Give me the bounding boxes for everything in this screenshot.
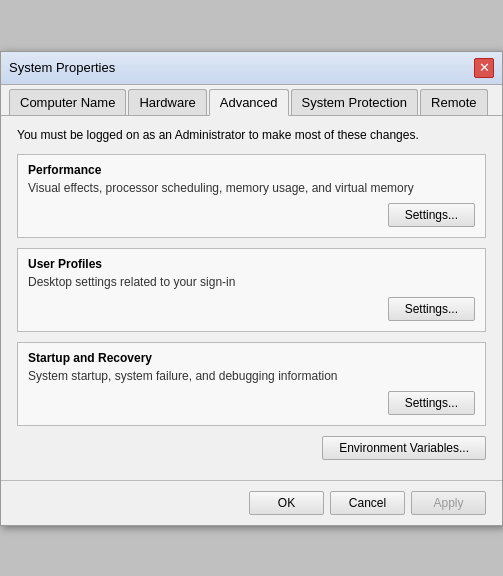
performance-settings-button[interactable]: Settings... (388, 203, 475, 227)
environment-variables-button[interactable]: Environment Variables... (322, 436, 486, 460)
system-properties-window: System Properties ✕ Computer Name Hardwa… (0, 51, 503, 526)
window-title: System Properties (9, 60, 115, 75)
startup-recovery-settings-button[interactable]: Settings... (388, 391, 475, 415)
startup-recovery-desc: System startup, system failure, and debu… (28, 369, 475, 383)
close-button[interactable]: ✕ (474, 58, 494, 78)
user-profiles-section: User Profiles Desktop settings related t… (17, 248, 486, 332)
user-profiles-desc: Desktop settings related to your sign-in (28, 275, 475, 289)
close-icon: ✕ (479, 60, 490, 75)
tab-remote[interactable]: Remote (420, 89, 488, 115)
tab-content: You must be logged on as an Administrato… (1, 116, 502, 480)
ok-button[interactable]: OK (249, 491, 324, 515)
tab-advanced[interactable]: Advanced (209, 89, 289, 116)
tab-system-protection[interactable]: System Protection (291, 89, 419, 115)
performance-section: Performance Visual effects, processor sc… (17, 154, 486, 238)
apply-button[interactable]: Apply (411, 491, 486, 515)
startup-recovery-btn-row: Settings... (28, 391, 475, 415)
tab-bar: Computer Name Hardware Advanced System P… (1, 85, 502, 116)
env-variables-row: Environment Variables... (17, 436, 486, 460)
admin-notice: You must be logged on as an Administrato… (17, 128, 486, 142)
tab-computer-name[interactable]: Computer Name (9, 89, 126, 115)
startup-recovery-section: Startup and Recovery System startup, sys… (17, 342, 486, 426)
startup-recovery-title: Startup and Recovery (28, 351, 475, 365)
bottom-bar: OK Cancel Apply (1, 480, 502, 525)
user-profiles-title: User Profiles (28, 257, 475, 271)
performance-desc: Visual effects, processor scheduling, me… (28, 181, 475, 195)
user-profiles-btn-row: Settings... (28, 297, 475, 321)
user-profiles-settings-button[interactable]: Settings... (388, 297, 475, 321)
tab-hardware[interactable]: Hardware (128, 89, 206, 115)
title-bar: System Properties ✕ (1, 52, 502, 85)
performance-title: Performance (28, 163, 475, 177)
performance-btn-row: Settings... (28, 203, 475, 227)
cancel-button[interactable]: Cancel (330, 491, 405, 515)
